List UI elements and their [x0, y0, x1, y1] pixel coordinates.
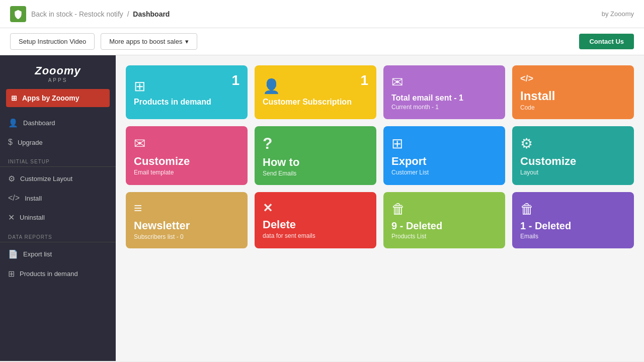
contact-us-button[interactable]: Contact Us — [579, 34, 634, 49]
deleted-products-title: 9 - Deleted — [391, 220, 497, 232]
more-apps-button[interactable]: More apps to boost sales ▾ — [101, 33, 197, 50]
newsletter-title: Newsletter — [134, 219, 239, 232]
email-subtitle: Current month - 1 — [391, 104, 497, 111]
customize-email-title: Customize — [134, 155, 239, 168]
customize-email-subtitle: Email template — [134, 169, 239, 176]
envelope-icon: ✉ — [134, 135, 239, 152]
subscription-title: Customer Subscription — [263, 98, 368, 107]
dashboard-content: ⊞ 1 Products in demand 👤 1 Customer Subs… — [116, 55, 644, 361]
user-icon: 👤 — [263, 78, 368, 95]
email-icon: ✉ — [391, 74, 497, 90]
sidebar-item-products-in-demand[interactable]: ⊞ Products in demand — [0, 264, 116, 284]
export-title: Export — [391, 155, 497, 168]
card-customize-email[interactable]: ✉ Customize Email template — [126, 126, 248, 185]
card-newsletter[interactable]: ≡ Newsletter Subscribers list - 0 — [126, 192, 248, 248]
chevron-down-icon: ▾ — [185, 38, 189, 45]
products-title: Products in demand — [134, 98, 239, 107]
deleted-products-subtitle: Products List — [391, 233, 497, 240]
deleted-emails-subtitle: Emails — [520, 233, 626, 240]
newsletter-icon: ≡ — [134, 200, 239, 216]
card-deleted-products[interactable]: 🗑 9 - Deleted Products List — [383, 192, 505, 248]
app-logo-icon — [10, 6, 26, 22]
sidebar-item-upgrade[interactable]: $ Upgrade — [0, 133, 116, 152]
card-total-email-sent[interactable]: ✉ Total email sent - 1 Current month - 1 — [383, 65, 505, 119]
products-count: 1 — [231, 72, 239, 88]
file-icon: 📄 — [8, 249, 18, 259]
sidebar-logo-text: Zooomy — [8, 64, 108, 77]
subscription-count: 1 — [360, 72, 368, 88]
customize-layout-subtitle: Layout — [520, 169, 626, 176]
sidebar-logo-sub: APPS — [8, 77, 108, 83]
sidebar-item-install[interactable]: </> Install — [0, 189, 116, 208]
install-title: Install — [520, 89, 626, 103]
howto-title: How to — [263, 156, 368, 169]
apps-by-zooomy-button[interactable]: ⊞ Apps by Zooomy — [6, 89, 110, 107]
table-icon: ⊞ — [391, 135, 497, 152]
delete-subtitle: data for sent emails — [263, 232, 368, 239]
deleted-emails-title: 1 - Deleted — [520, 220, 626, 232]
sidebar-item-customize-layout[interactable]: ⚙ Customize Layout — [0, 169, 116, 189]
sidebar-divider-2 — [0, 242, 116, 242]
breadcrumb-area: Back in stock - Restock notify / Dashboa… — [10, 6, 170, 22]
sidebar-section-initial: INITIAL SETUP — [0, 152, 116, 166]
sidebar-section-data: DATA REPORTS — [0, 227, 116, 242]
setup-video-button[interactable]: Setup Instruction Video — [10, 33, 95, 50]
dollar-icon: $ — [8, 138, 13, 147]
sidebar: Zooomy APPS ⊞ Apps by Zooomy 👤 Dashboard… — [0, 55, 116, 361]
card-customize-layout[interactable]: ⚙ Customize Layout — [512, 126, 634, 185]
main-layout: Zooomy APPS ⊞ Apps by Zooomy 👤 Dashboard… — [0, 55, 644, 361]
x-icon: ✕ — [8, 213, 15, 222]
settings-icon: ⚙ — [520, 135, 626, 152]
trash-emails-icon: 🗑 — [520, 201, 626, 217]
card-export-customer[interactable]: ⊞ Export Customer List — [383, 126, 505, 185]
layout-icon: ⊞ — [134, 78, 239, 95]
question-icon: ? — [263, 134, 368, 153]
sidebar-divider-1 — [0, 166, 116, 167]
code-bracket-icon: </> — [520, 73, 626, 84]
by-label: by Zooomy — [602, 10, 634, 18]
action-bar: Setup Instruction Video More apps to boo… — [0, 28, 644, 55]
card-how-to-send[interactable]: ? How to Send Emails — [255, 126, 376, 185]
card-customer-subscription[interactable]: 👤 1 Customer Subscription — [255, 65, 376, 119]
customize-layout-title: Customize — [520, 155, 626, 168]
page-name: Dashboard — [133, 10, 170, 18]
card-delete-sent-emails[interactable]: ✕ Delete data for sent emails — [255, 192, 376, 248]
grid-icon: ⊞ — [11, 94, 17, 102]
sidebar-logo: Zooomy APPS — [0, 55, 116, 89]
x-delete-icon: ✕ — [263, 201, 368, 215]
person-icon: 👤 — [8, 118, 18, 128]
delete-title: Delete — [263, 218, 368, 231]
cards-grid: ⊞ 1 Products in demand 👤 1 Customer Subs… — [126, 65, 634, 248]
export-subtitle: Customer List — [391, 169, 497, 176]
breadcrumb: Back in stock - Restock notify / Dashboa… — [31, 10, 170, 18]
card-install-code[interactable]: </> Install Code — [512, 65, 634, 119]
howto-subtitle: Send Emails — [263, 170, 368, 177]
action-bar-buttons: Setup Instruction Video More apps to boo… — [10, 33, 197, 50]
app-name: Back in stock - Restock notify — [31, 10, 123, 18]
email-title: Total email sent - 1 — [391, 94, 497, 103]
top-bar: Back in stock - Restock notify / Dashboa… — [0, 0, 644, 28]
newsletter-subtitle: Subscribers list - 0 — [134, 233, 239, 240]
sidebar-item-export-list[interactable]: 📄 Export list — [0, 244, 116, 264]
gear-icon: ⚙ — [8, 174, 15, 184]
card-products-in-demand[interactable]: ⊞ 1 Products in demand — [126, 65, 248, 119]
card-deleted-emails[interactable]: 🗑 1 - Deleted Emails — [512, 192, 634, 248]
install-subtitle: Code — [520, 104, 626, 111]
code-icon: </> — [8, 194, 20, 203]
trash-products-icon: 🗑 — [391, 201, 497, 217]
sidebar-item-dashboard[interactable]: 👤 Dashboard — [0, 113, 116, 133]
grid-small-icon: ⊞ — [8, 269, 15, 279]
sidebar-item-uninstall[interactable]: ✕ Uninstall — [0, 208, 116, 227]
